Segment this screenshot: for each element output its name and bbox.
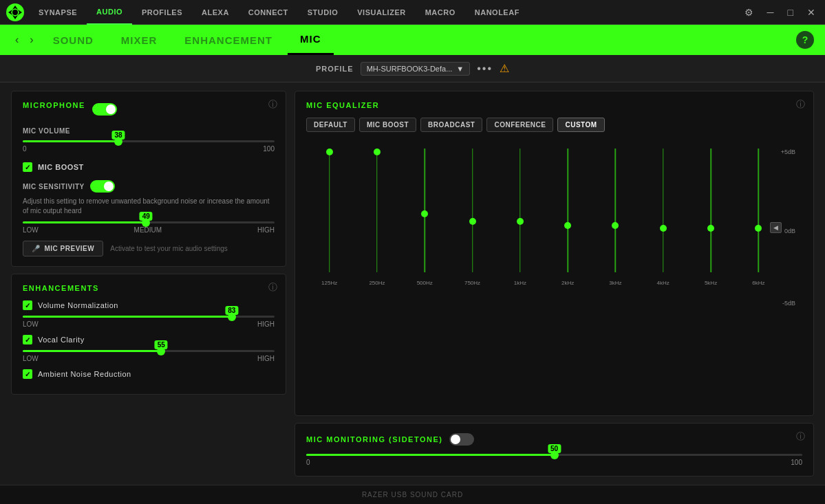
mic-boost-checkbox[interactable] — [23, 162, 32, 172]
maximize-button[interactable]: □ — [784, 6, 797, 19]
microphone-title: MICROPHONE — [23, 101, 85, 109]
mic-sensitivity-label: MIC SENSITIVITY — [23, 183, 85, 190]
vol-norm-low: LOW — [23, 320, 39, 328]
monitoring-toggle[interactable] — [449, 433, 474, 446]
microphone-panel: ⓘ MICROPHONE MIC VOLUME 38 — [11, 91, 286, 267]
eq-band-4khz[interactable]: 4kHz — [640, 142, 686, 286]
volume-norm-checkbox[interactable] — [23, 300, 32, 310]
eq-freq-label-500: 500Hz — [417, 280, 433, 286]
vocal-clarity-checkbox[interactable] — [23, 335, 32, 344]
mic-boost-label: MIC BOOST — [38, 163, 84, 171]
mic-sensitivity-slider[interactable]: 49 — [23, 221, 275, 223]
eq-bars-container: 125Hz 250Hz 500Hz — [306, 142, 782, 300]
nav-tab-connect[interactable]: CONNECT — [239, 0, 298, 25]
eq-freq-label-1k: 1kHz — [514, 280, 526, 286]
mic-volume-max: 100 — [263, 145, 275, 153]
dropdown-chevron-icon: ▼ — [456, 65, 464, 73]
settings-icon[interactable]: ⚙ — [740, 6, 758, 19]
mic-sensitivity-desc: Adjust this setting to remove unwanted b… — [23, 197, 275, 216]
mic-equalizer-panel: ⓘ MIC EQUALIZER DEFAULT MIC BOOST BROADC… — [294, 91, 814, 416]
close-button[interactable]: ✕ — [803, 6, 819, 19]
subnav-tab-mic[interactable]: MIC — [288, 25, 334, 55]
status-bar: RAZER USB SOUND CARD — [0, 485, 825, 504]
eq-preset-row: DEFAULT MIC BOOST BROADCAST CONFERENCE C… — [306, 118, 802, 132]
ambient-noise-checkbox[interactable] — [23, 369, 32, 379]
profile-more-options[interactable]: ••• — [477, 63, 493, 75]
eq-preset-mic-boost[interactable]: MIC BOOST — [359, 118, 416, 132]
profile-bar: PROFILE MH-SURFBOOK3-Defa... ▼ ••• ⚠ — [0, 55, 825, 83]
eq-label-plus5: +5dB — [781, 149, 795, 155]
microphone-toggle[interactable] — [92, 103, 117, 116]
eq-band-2khz[interactable]: 2kHz — [544, 142, 590, 286]
mic-volume-label: MIC VOLUME — [23, 127, 275, 135]
eq-band-5khz[interactable]: 5kHz — [687, 142, 733, 286]
eq-freq-label-3k: 3kHz — [609, 280, 621, 286]
window-controls: ⚙ ─ □ ✕ — [740, 6, 819, 19]
eq-band-750hz[interactable]: 750Hz — [449, 142, 495, 286]
eq-freq-label-250: 250Hz — [369, 280, 385, 286]
minimize-button[interactable]: ─ — [763, 6, 778, 19]
mic-preview-button[interactable]: 🎤 MIC PREVIEW — [23, 241, 103, 256]
mic-panel-info-icon[interactable]: ⓘ — [268, 98, 277, 111]
eq-label-0db: 0dB — [784, 228, 795, 234]
eq-band-125hz[interactable]: 125Hz — [306, 142, 352, 286]
status-text: RAZER USB SOUND CARD — [362, 491, 463, 498]
ambient-noise-label: Ambient Noise Reduction — [38, 370, 131, 378]
monitoring-max: 100 — [791, 459, 802, 466]
forward-arrow[interactable]: › — [25, 31, 37, 49]
nav-tab-nanoleaf[interactable]: NANOLEAF — [465, 0, 529, 25]
right-column: ⓘ MIC EQUALIZER DEFAULT MIC BOOST BROADC… — [294, 91, 814, 476]
mic-sensitivity-toggle[interactable] — [90, 180, 115, 193]
nav-tab-studio[interactable]: STUDIO — [298, 0, 348, 25]
title-bar: SYNAPSE AUDIO PROFILES ALEXA CONNECT STU… — [0, 0, 825, 25]
mic-preview-note: Activate to test your mic audio settings — [110, 245, 228, 252]
monitoring-min: 0 — [306, 459, 310, 466]
eq-preset-custom[interactable]: CUSTOM — [557, 118, 604, 132]
eq-band-500hz[interactable]: 500Hz — [402, 142, 448, 286]
vocal-clarity-label: Vocal Clarity — [38, 336, 85, 344]
eq-title: MIC EQUALIZER — [306, 101, 802, 109]
subnav-tab-enhancement[interactable]: ENHANCEMENT — [172, 25, 285, 55]
mic-monitoring-panel: ⓘ MIC MONITORING (SIDETONE) 50 0 100 — [294, 423, 814, 476]
eq-freq-label-125: 125Hz — [321, 280, 337, 286]
eq-band-250hz[interactable]: 250Hz — [354, 142, 400, 286]
nav-tab-profiles[interactable]: PROFILES — [132, 0, 192, 25]
mic-sens-high: HIGH — [257, 226, 275, 234]
eq-panel-info-icon[interactable]: ⓘ — [796, 98, 805, 111]
vocal-clarity-slider[interactable]: 55 — [23, 350, 275, 352]
subnav-tab-sound[interactable]: SOUND — [41, 25, 106, 55]
eq-freq-label-4k: 4kHz — [657, 280, 669, 286]
eq-band-1khz[interactable]: 1kHz — [497, 142, 543, 286]
volume-norm-label: Volume Normalization — [38, 301, 118, 309]
profile-label: PROFILE — [316, 65, 354, 73]
nav-tab-macro[interactable]: MACRO — [416, 0, 465, 25]
nav-tab-visualizer[interactable]: VISUALIZER — [347, 0, 415, 25]
mic-sens-low: LOW — [23, 226, 39, 234]
eq-preset-broadcast[interactable]: BROADCAST — [420, 118, 482, 132]
monitoring-panel-info-icon[interactable]: ⓘ — [796, 430, 805, 443]
back-arrow[interactable]: ‹ — [11, 31, 23, 49]
eq-band-3khz[interactable]: 3kHz — [592, 142, 639, 286]
vocal-clarity-low: LOW — [23, 355, 39, 362]
volume-norm-slider[interactable]: 83 — [23, 316, 275, 318]
nav-tab-audio[interactable]: AUDIO — [87, 0, 132, 25]
vocal-clarity-high: HIGH — [257, 355, 275, 362]
monitoring-title: MIC MONITORING (SIDETONE) — [306, 435, 442, 443]
nav-tab-synapse[interactable]: SYNAPSE — [29, 0, 87, 25]
mic-volume-slider[interactable]: 38 — [23, 140, 275, 142]
nav-tab-alexa[interactable]: ALEXA — [192, 0, 239, 25]
eq-freq-label-750: 750Hz — [464, 280, 480, 286]
main-content: ⓘ MICROPHONE MIC VOLUME 38 — [0, 83, 825, 485]
help-button[interactable]: ? — [796, 31, 814, 49]
enhancements-panel: ⓘ ENHANCEMENTS Volume Normalization 83 L… — [11, 274, 286, 395]
eq-preset-default[interactable]: DEFAULT — [306, 118, 355, 132]
monitoring-slider[interactable]: 50 — [306, 454, 802, 456]
eq-freq-label-6k: 6kHz — [752, 280, 764, 286]
eq-band-6khz[interactable]: 6kHz — [736, 142, 782, 286]
mic-icon: 🎤 — [32, 245, 41, 252]
subnav-tab-mixer[interactable]: MIXER — [109, 25, 170, 55]
eq-preset-conference[interactable]: CONFERENCE — [486, 118, 553, 132]
enhancements-panel-info-icon[interactable]: ⓘ — [268, 281, 277, 294]
profile-dropdown[interactable]: MH-SURFBOOK3-Defa... ▼ — [361, 62, 471, 76]
profile-value: MH-SURFBOOK3-Defa... — [367, 65, 453, 73]
